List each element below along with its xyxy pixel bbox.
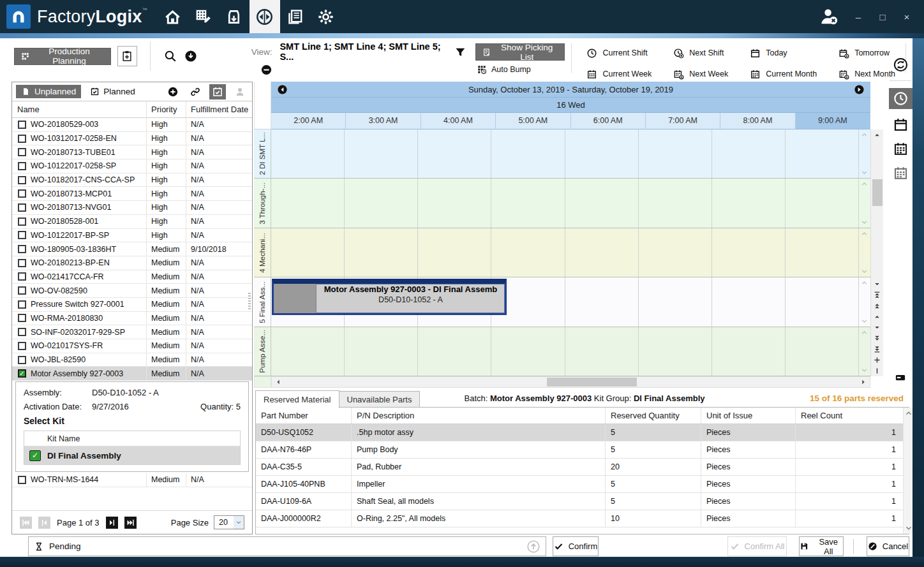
schedule-cell[interactable] bbox=[491, 327, 565, 376]
parts-row[interactable]: DAA-J105-40PNBImpeller5Pieces1 bbox=[256, 476, 909, 493]
schedule-cell[interactable] bbox=[491, 228, 565, 277]
period-button-tomorrow[interactable]: Tomorrow bbox=[838, 45, 895, 61]
nav-production[interactable] bbox=[219, 0, 250, 33]
timeline-view-button[interactable] bbox=[889, 88, 913, 109]
work-order-checkbox[interactable] bbox=[18, 189, 26, 198]
scheduled-event[interactable]: Motor Assembly 927-0003 - DI Final Assem… bbox=[272, 279, 507, 315]
schedule-cell[interactable] bbox=[418, 129, 491, 178]
add-button[interactable] bbox=[165, 84, 181, 99]
parts-column-p-n-description[interactable]: P/N Description bbox=[352, 408, 606, 423]
schedule-cell[interactable] bbox=[639, 327, 712, 376]
schedule-cell[interactable] bbox=[786, 228, 859, 277]
schedule-cell[interactable] bbox=[418, 228, 491, 277]
chevron-up-icon[interactable] bbox=[905, 409, 913, 417]
circle-down-icon[interactable] bbox=[184, 48, 198, 64]
work-order-checkbox[interactable] bbox=[18, 135, 26, 143]
parts-column-reserved-quantity[interactable]: Reserved Quantity bbox=[606, 408, 701, 423]
work-order-checkbox[interactable] bbox=[18, 245, 26, 253]
work-order-row[interactable]: WO-021417CCA-FRMediumN/A bbox=[12, 270, 252, 284]
work-order-checkbox[interactable] bbox=[18, 476, 26, 484]
kit-checkbox[interactable]: ✓ bbox=[29, 450, 41, 461]
work-order-row[interactable]: WO-10312017-0258-ENHighN/A bbox=[12, 132, 252, 146]
period-button-next-week[interactable]: Next Week bbox=[673, 66, 728, 82]
chev-up-icon[interactable] bbox=[861, 329, 868, 336]
chev-up-icon[interactable] bbox=[861, 131, 868, 138]
schedule-cell[interactable] bbox=[418, 327, 491, 376]
user-logout-icon[interactable] bbox=[818, 6, 840, 27]
work-order-row[interactable]: WO-20180529-003HighN/A bbox=[12, 118, 252, 132]
work-order-checkbox[interactable] bbox=[18, 356, 26, 364]
work-order-row[interactable]: WO-JBL-82590MediumN/A bbox=[12, 353, 252, 367]
work-order-row[interactable]: WO-021017SYS-FRMediumN/A bbox=[12, 339, 252, 353]
parts-row[interactable]: DAA-C35-5Pad, Rubber20Pieces1 bbox=[256, 459, 909, 476]
day-view-button[interactable] bbox=[892, 116, 909, 133]
work-order-row[interactable]: WO-20180528-001HighN/A bbox=[12, 215, 252, 229]
schedule-cell[interactable] bbox=[565, 228, 639, 277]
schedule-cell[interactable] bbox=[712, 228, 786, 277]
work-order-checkbox[interactable] bbox=[18, 148, 26, 156]
column-priority[interactable]: Priority bbox=[146, 101, 186, 117]
period-button-current-month[interactable]: Current Month bbox=[750, 66, 817, 82]
close-button[interactable]: × bbox=[901, 11, 913, 22]
schedule-cell[interactable] bbox=[786, 277, 859, 326]
schedule-cell[interactable] bbox=[786, 327, 859, 376]
confirm-button[interactable]: Confirm bbox=[553, 536, 599, 556]
maximize-button[interactable]: □ bbox=[877, 11, 888, 22]
auto-bump-button[interactable]: Auto Bump bbox=[475, 64, 565, 75]
work-order-row[interactable]: WO-10122017-0258-SPHighN/A bbox=[12, 159, 252, 173]
work-order-checkbox[interactable] bbox=[18, 259, 26, 267]
step-down-button[interactable] bbox=[872, 322, 883, 333]
schedule-cell[interactable] bbox=[271, 129, 345, 178]
tab-planned[interactable]: Planned bbox=[85, 85, 140, 98]
work-order-checkbox[interactable] bbox=[18, 176, 26, 184]
work-order-checkbox[interactable] bbox=[18, 217, 26, 226]
parts-row[interactable]: DAA-J000000R2O-Ring, 2.25", All models10… bbox=[256, 510, 909, 527]
scroll-down-button[interactable] bbox=[872, 279, 883, 290]
period-button-current-shift[interactable]: Current Shift bbox=[586, 45, 652, 61]
sync-button[interactable] bbox=[892, 56, 909, 73]
work-order-checkbox[interactable] bbox=[18, 342, 26, 350]
search-icon[interactable] bbox=[163, 48, 177, 64]
work-order-checkbox[interactable] bbox=[18, 231, 26, 239]
collapse-up-button[interactable] bbox=[872, 290, 883, 300]
work-order-checkbox[interactable] bbox=[18, 328, 26, 336]
time-slot[interactable]: 4:00 AM bbox=[421, 113, 496, 129]
column-name[interactable]: Name bbox=[12, 105, 146, 114]
nav-transfer[interactable] bbox=[250, 0, 280, 33]
time-slot[interactable]: 8:00 AM bbox=[720, 113, 795, 129]
schedule-cell[interactable] bbox=[271, 179, 345, 227]
vertical-scroll-thumb[interactable] bbox=[872, 179, 883, 206]
time-slot[interactable]: 9:00 AM bbox=[796, 113, 870, 129]
parts-column-reel-count[interactable]: Reel Count bbox=[796, 408, 909, 423]
prev-week-icon[interactable] bbox=[277, 84, 288, 95]
schedule-cell[interactable] bbox=[639, 179, 712, 227]
view-value[interactable]: SMT Line 1; SMT Line 4; SMT Line 5; S... bbox=[279, 41, 444, 62]
schedule-cell[interactable] bbox=[565, 277, 639, 326]
step-up-button[interactable] bbox=[872, 311, 883, 322]
time-slot[interactable]: 2:00 AM bbox=[271, 113, 346, 129]
nav-settings[interactable] bbox=[311, 0, 341, 33]
work-order-checkbox[interactable] bbox=[18, 286, 26, 295]
collapse-up-circle-icon[interactable] bbox=[526, 540, 540, 554]
vertical-scroll-track[interactable] bbox=[872, 140, 883, 279]
schedule-cell[interactable] bbox=[639, 228, 712, 277]
schedule-cell[interactable] bbox=[565, 327, 639, 376]
chev-down-icon[interactable] bbox=[861, 367, 868, 374]
work-order-row[interactable]: WO-RMA-20180830MediumN/A bbox=[12, 312, 252, 326]
scroll-right-icon[interactable] bbox=[858, 378, 868, 387]
schedule-cell[interactable] bbox=[712, 327, 786, 376]
schedule-cell[interactable] bbox=[491, 179, 565, 227]
chevron-down-icon[interactable] bbox=[905, 524, 913, 532]
parts-row[interactable]: D50-USQ1052.5hp motor assy5Pieces1 bbox=[256, 424, 909, 441]
schedule-cell[interactable] bbox=[565, 129, 639, 178]
tab-reserved-material[interactable]: Reserved Material bbox=[255, 390, 339, 408]
schedule-cell[interactable] bbox=[712, 277, 786, 326]
zoom-in-button[interactable] bbox=[872, 355, 883, 365]
schedule-cell[interactable] bbox=[712, 129, 786, 178]
resource-label[interactable]: 3 Through-... bbox=[254, 179, 271, 227]
schedule-cell[interactable] bbox=[786, 179, 859, 227]
zoom-out-button[interactable] bbox=[872, 365, 883, 376]
resource-label[interactable]: 5 Final Ass... bbox=[254, 277, 271, 326]
parts-column-part-number[interactable]: Part Number bbox=[256, 408, 352, 423]
schedule-cell[interactable] bbox=[639, 129, 712, 178]
